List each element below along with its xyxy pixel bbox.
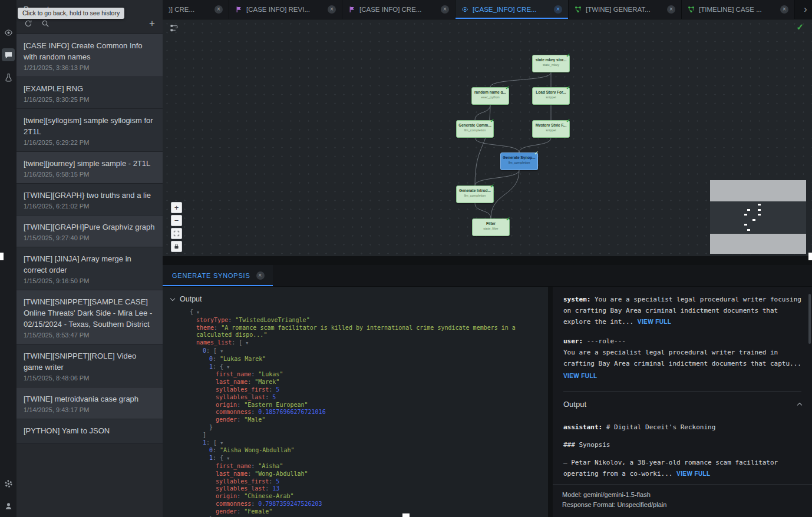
prompt-list-item[interactable]: [PYTHON] Yaml to JSON bbox=[16, 419, 163, 444]
graph-node[interactable]: Generate Introd... llm_completion ✓ bbox=[456, 185, 494, 203]
editor-tab[interactable]: [TWINE] GENERAT... × bbox=[569, 0, 682, 19]
tab-strip: )] CRE... × [CASE INFO] REVI... × [CASE … bbox=[163, 0, 812, 19]
prompt-list-item[interactable]: [TWINE] [JINJA] Array merge in correct o… bbox=[16, 247, 163, 290]
prompt-date: 1/16/2025, 8:30:25 PM bbox=[24, 96, 156, 103]
view-full-link[interactable]: VIEW FULL bbox=[638, 319, 671, 325]
node-check-icon: ✓ bbox=[490, 183, 494, 189]
output-section-header[interactable]: Output bbox=[563, 399, 801, 410]
editor-tab[interactable]: [TIMELINE] CASE ... × bbox=[682, 0, 795, 19]
node-title: random name g... bbox=[472, 90, 509, 94]
graph-node[interactable]: random name g... exec_python ✓ bbox=[471, 87, 509, 105]
editor-tab[interactable]: [CASE INFO] REVI... × bbox=[229, 0, 342, 19]
node-check-icon: ✓ bbox=[566, 118, 570, 124]
json-line: { ▾ bbox=[187, 309, 539, 317]
json-line: } bbox=[187, 424, 539, 432]
tab-close-icon[interactable]: × bbox=[214, 5, 223, 14]
output-collapse-header[interactable]: Output bbox=[163, 287, 548, 309]
json-tree: { ▾storyType: "TwistedLoveTriangle"theme… bbox=[187, 309, 548, 517]
prompt-title: [EXAMPLE] RNG bbox=[24, 83, 156, 94]
json-line: syllables_first: 5 bbox=[187, 478, 539, 486]
add-prompt-button[interactable]: + bbox=[149, 19, 155, 28]
editor-tab[interactable]: )] CRE... × bbox=[163, 0, 229, 19]
tab-label: [CASE INFO] REVI... bbox=[246, 6, 324, 13]
refresh-icon[interactable] bbox=[24, 19, 32, 28]
prompt-list-item[interactable]: [TWINE] metroidvania case graph 1/14/202… bbox=[16, 387, 163, 419]
tab-close-icon[interactable]: × bbox=[667, 5, 675, 14]
node-type: llm_completion bbox=[501, 161, 537, 164]
fit-view-button[interactable] bbox=[171, 228, 182, 239]
json-line: gender: "Male" bbox=[187, 416, 539, 424]
lock-button[interactable] bbox=[171, 241, 182, 252]
prompt-title: [twine][syllogism] sample syllogism for … bbox=[24, 115, 156, 137]
json-line: commonness: 0.18576966276721016 bbox=[187, 409, 539, 416]
json-line: origin: "Eastern European" bbox=[187, 402, 539, 409]
prompt-list-item[interactable]: [TWINE][GRAPH} two truths and a lie 1/16… bbox=[16, 184, 163, 216]
prompt-list-item[interactable]: [TWINE][SNIPPET][SAMPLE CASE] Online Thr… bbox=[16, 290, 163, 344]
prompt-title: [TWINE] [JINJA] Array merge in correct o… bbox=[24, 253, 156, 276]
tab-close-icon[interactable]: × bbox=[328, 5, 336, 14]
editor-tab[interactable]: [CASE_INFO] CRE... × bbox=[455, 0, 569, 19]
prompt-list-item[interactable]: [TWINE][SNIPPET][ROLE] Video game writer… bbox=[16, 344, 163, 387]
search-icon[interactable] bbox=[41, 19, 49, 28]
prompt-list-item[interactable]: [twine][syllogism] sample syllogism for … bbox=[16, 109, 163, 152]
prompt-list-item[interactable]: [CASE INFO] Create Common Info with rand… bbox=[16, 34, 163, 77]
experiments-tool-button[interactable] bbox=[2, 71, 15, 84]
inspector-pane: system: You are a specialist legal proce… bbox=[553, 287, 812, 517]
json-line: storyType: "TwistedLoveTriangle" bbox=[187, 317, 539, 324]
system-text: You are a specialist legal procedural wr… bbox=[563, 296, 801, 326]
bottom-tab-close-icon[interactable]: × bbox=[256, 271, 265, 280]
graph-edge bbox=[475, 170, 519, 185]
json-line: first_name: "Lukas" bbox=[187, 371, 539, 379]
prompt-date: 1/15/2025, 8:53:47 PM bbox=[24, 332, 156, 339]
output-json-pane: Output { ▾storyType: "TwistedLoveTriangl… bbox=[163, 287, 548, 517]
prompt-date: 1/15/2025, 9:27:40 PM bbox=[24, 234, 156, 241]
graph-node[interactable]: Generate Synop... llm_completion ✓ bbox=[500, 153, 538, 170]
panel-divider[interactable] bbox=[163, 256, 812, 265]
bottom-tab-generate-synopsis[interactable]: GENERATE SYNOPSIS × bbox=[163, 265, 273, 286]
tabs-container: )] CRE... × [CASE INFO] REVI... × [CASE … bbox=[163, 0, 799, 19]
chat-icon bbox=[4, 51, 13, 59]
preview-tool-button[interactable] bbox=[2, 26, 15, 39]
resize-handle-right[interactable] bbox=[808, 253, 812, 260]
minimap-node-dot bbox=[747, 229, 750, 231]
scrollbar-thumb[interactable] bbox=[808, 294, 811, 344]
view-full-link[interactable]: VIEW FULL bbox=[563, 370, 597, 382]
tab-scroll-right-button[interactable]: › bbox=[799, 0, 812, 19]
graph-node[interactable]: Generate Comm... llm_completion ✓ bbox=[456, 120, 494, 138]
tab-close-icon[interactable]: × bbox=[441, 5, 449, 14]
assistant-title: # Digital Deceit's Reckoning bbox=[606, 423, 715, 431]
prompt-date: 1/14/2025, 9:43:17 PM bbox=[24, 406, 156, 413]
system-role-label: system: bbox=[563, 296, 590, 303]
prompts-tool-button[interactable] bbox=[2, 48, 15, 61]
json-line: 1: { ▾ bbox=[187, 363, 539, 372]
settings-button[interactable] bbox=[2, 477, 15, 490]
user-role-label: user: bbox=[563, 337, 583, 345]
graph-node[interactable]: Mystery Style F... snippet ✓ bbox=[532, 120, 570, 138]
prompt-list-item[interactable]: [TWINE][GRAPH]Pure Graphviz graph 1/15/2… bbox=[16, 216, 163, 247]
eye-icon bbox=[461, 6, 468, 13]
tab-close-icon[interactable]: × bbox=[780, 5, 788, 14]
prompt-list-item[interactable]: [twine][journey] simple sample - 2T1L 1/… bbox=[16, 152, 163, 184]
zoom-out-button[interactable]: − bbox=[171, 215, 182, 226]
view-full-link[interactable]: VIEW FULL bbox=[676, 470, 710, 477]
auto-layout-icon[interactable] bbox=[170, 24, 179, 32]
editor-tab[interactable]: [CASE INFO] CRE... × bbox=[342, 0, 455, 19]
prompt-date: 1/16/2025, 6:58:15 PM bbox=[24, 171, 156, 178]
graph-canvas[interactable]: ✓ + − state mkey stor... state_mkey ✓ ra… bbox=[163, 19, 812, 256]
prompt-title: [CASE INFO] Create Common Info with rand… bbox=[24, 40, 156, 62]
graph-node[interactable]: Load Story For... snippet ✓ bbox=[532, 87, 570, 105]
flow-icon bbox=[575, 6, 582, 13]
resize-handle-left[interactable] bbox=[0, 253, 4, 260]
graph-node[interactable]: state mkey stor... state_mkey ✓ bbox=[532, 55, 570, 72]
assistant-role-label: assistant: bbox=[563, 423, 602, 431]
minimap[interactable] bbox=[710, 180, 806, 254]
chevron-up-icon bbox=[797, 403, 802, 407]
account-button[interactable] bbox=[2, 499, 15, 512]
tab-close-icon[interactable]: × bbox=[554, 5, 562, 14]
graph-node[interactable]: Filter state_filter ✓ bbox=[472, 218, 510, 236]
resize-handle-bottom[interactable] bbox=[402, 513, 410, 517]
zoom-in-button[interactable]: + bbox=[171, 202, 182, 213]
prompt-list-item[interactable]: [EXAMPLE] RNG 1/16/2025, 8:30:25 PM bbox=[16, 77, 163, 109]
flag-icon bbox=[235, 6, 242, 13]
json-line: last_name: "Marek" bbox=[187, 379, 539, 386]
